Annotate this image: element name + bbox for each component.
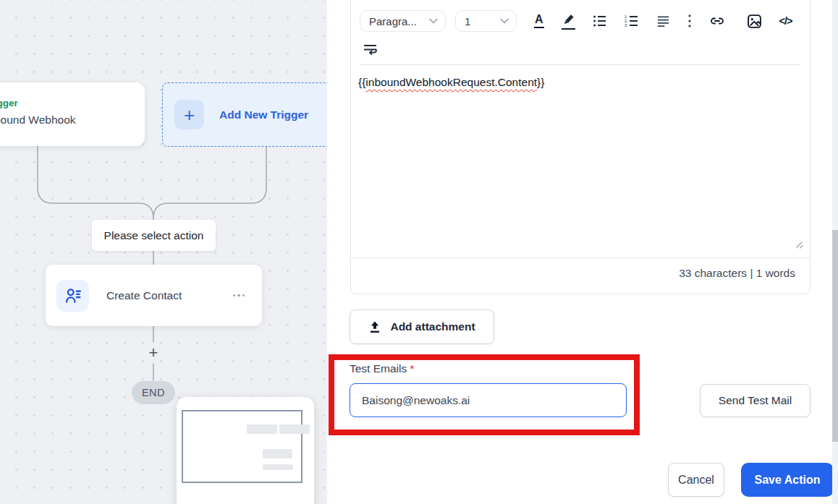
drag-preview-card	[177, 397, 314, 504]
create-contact-label: Create Contact	[106, 289, 182, 302]
text-color-button[interactable]: A	[534, 12, 544, 30]
trigger-type-label: Trigger	[0, 98, 127, 109]
contact-person-icon	[64, 286, 82, 305]
character-count: 33 characters | 1 words	[351, 257, 810, 289]
required-asterisk: *	[410, 362, 414, 375]
insert-link-button[interactable]	[709, 12, 725, 30]
editor-toolbar: Paragra... 1 A	[351, 0, 810, 65]
text-wrap-icon	[363, 42, 378, 57]
highlight-button[interactable]	[562, 12, 575, 30]
svg-text:3.: 3.	[625, 23, 628, 27]
placeholder-bar	[279, 424, 310, 434]
align-icon	[656, 14, 670, 28]
test-emails-input[interactable]	[350, 383, 627, 417]
code-view-icon: </>	[779, 15, 792, 27]
placeholder-bar	[263, 449, 292, 458]
merge-tag-token: inboundWebhookRequest.Content	[365, 76, 537, 88]
bulleted-list-icon	[593, 14, 607, 28]
scrollbar-thumb[interactable]	[832, 230, 838, 442]
cancel-button[interactable]: Cancel	[668, 463, 724, 497]
placeholder-bar	[263, 464, 293, 470]
font-size-value: 1	[465, 15, 500, 27]
numbered-list-button[interactable]: 1. 2. 3.	[625, 12, 639, 30]
test-emails-label: Test Emails*	[350, 362, 414, 375]
highlighter-icon	[562, 12, 575, 30]
placeholder-bar	[247, 424, 277, 434]
workflow-canvas[interactable]: Trigger Inbound Webhook + Add New Trigge…	[0, 0, 327, 504]
add-new-trigger-button[interactable]: + Add New Trigger	[162, 82, 327, 147]
upload-icon	[368, 320, 381, 333]
please-select-action-label: Please select action	[92, 220, 216, 251]
add-step-plus-button[interactable]: +	[145, 343, 162, 362]
contact-icon-badge	[56, 280, 89, 312]
font-size-select[interactable]: 1	[455, 10, 517, 32]
chevron-down-icon	[429, 18, 438, 24]
preview-frame	[182, 410, 302, 483]
insert-image-icon	[747, 14, 762, 29]
trigger-title: Inbound Webhook	[0, 113, 127, 127]
text-color-icon: A	[534, 14, 544, 28]
add-attachment-label: Add attachment	[390, 320, 475, 333]
more-options-button[interactable]	[687, 12, 692, 30]
save-action-button[interactable]: Save Action	[741, 463, 834, 497]
code-view-button[interactable]: </>	[779, 12, 792, 30]
email-body-textbox[interactable]: {{inboundWebhookRequest.Content}}	[351, 65, 810, 257]
align-button[interactable]	[656, 12, 670, 30]
action-settings-panel: Paragra... 1 A	[327, 0, 838, 504]
merge-tag-open: {{	[358, 76, 365, 88]
add-new-trigger-label: Add New Trigger	[219, 108, 308, 121]
add-attachment-button[interactable]: Add attachment	[350, 309, 494, 344]
plus-icon: +	[174, 100, 204, 129]
resize-handle[interactable]	[794, 239, 803, 252]
bulleted-list-button[interactable]	[593, 12, 607, 30]
rich-text-editor: Paragra... 1 A	[350, 0, 811, 294]
send-test-mail-button[interactable]: Send Test Mail	[700, 384, 811, 417]
trigger-card-inbound-webhook[interactable]: Trigger Inbound Webhook	[0, 82, 145, 146]
paragraph-style-select[interactable]: Paragra...	[360, 10, 446, 32]
create-contact-action-card[interactable]: Create Contact	[46, 265, 262, 326]
workflow-builder-screen: Trigger Inbound Webhook + Add New Trigge…	[0, 0, 838, 504]
text-wrap-button[interactable]	[363, 40, 378, 59]
more-options-icon	[687, 14, 692, 28]
paragraph-style-value: Paragra...	[369, 15, 429, 27]
chevron-down-icon	[500, 18, 509, 24]
card-more-options-icon[interactable]	[232, 291, 247, 300]
insert-link-icon	[709, 14, 725, 28]
scrollbar-track[interactable]	[832, 0, 838, 504]
merge-tag-close: }}	[537, 76, 544, 88]
end-badge: END	[132, 381, 175, 404]
numbered-list-icon: 1. 2. 3.	[625, 14, 639, 28]
insert-image-button[interactable]	[747, 12, 762, 30]
